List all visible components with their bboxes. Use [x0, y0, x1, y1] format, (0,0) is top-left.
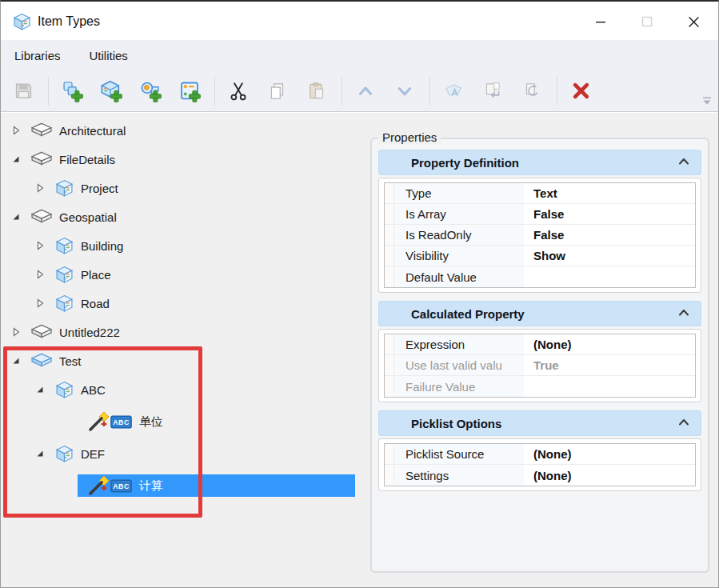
property-value[interactable]: (None)	[524, 334, 695, 354]
expander-collapsed-icon[interactable]	[10, 326, 22, 338]
section-title: Property Definition	[411, 156, 519, 170]
copy-button[interactable]	[262, 75, 294, 107]
property-value[interactable]: (None)	[524, 465, 695, 486]
expander-expanded-icon[interactable]	[34, 384, 46, 395]
cut-button[interactable]	[222, 75, 254, 107]
tree-node-content[interactable]: ABC单位	[78, 410, 355, 433]
tree-row-11[interactable]: ABC单位	[1, 404, 367, 439]
item-types-app-icon	[12, 12, 31, 31]
paste-button[interactable]	[301, 75, 333, 107]
section-header-3[interactable]: Picklist Options	[378, 410, 701, 436]
section-title: Calculated Property	[411, 307, 525, 321]
tree-row-8[interactable]: Untitled222	[1, 318, 367, 346]
paste-icon	[306, 81, 327, 102]
expander-expanded-icon[interactable]	[10, 355, 22, 366]
toolbar-separator	[557, 77, 557, 106]
expander-expanded-icon[interactable]	[10, 211, 22, 222]
minimize-button[interactable]	[577, 3, 624, 40]
property-value[interactable]: True	[524, 355, 695, 375]
property-card: Expression(None)Use last valid valuTrueF…	[378, 329, 701, 402]
property-value[interactable]: Show	[524, 246, 695, 266]
expander-expanded-icon[interactable]	[10, 154, 22, 165]
tree-item-label: 计算	[139, 478, 163, 494]
toolbar-overflow-button[interactable]	[701, 95, 713, 106]
row-gutter	[385, 246, 394, 266]
library-icon	[31, 122, 52, 138]
tree-row-3[interactable]: Project	[1, 174, 367, 202]
tree-item-label: ABC	[81, 383, 106, 397]
property-row: TypeText	[385, 183, 695, 204]
property-value[interactable]: (None)	[524, 444, 695, 464]
tree-item-label: 单位	[139, 414, 163, 430]
section-header-1[interactable]: Property Definition	[378, 150, 701, 175]
property-row: Is ReadOnlyFalse	[385, 225, 695, 246]
copy-icon	[267, 81, 288, 102]
expander-collapsed-icon[interactable]	[34, 182, 46, 194]
expander-collapsed-icon[interactable]	[34, 240, 46, 251]
chevron-up-icon[interactable]	[678, 309, 689, 316]
tree-item-label: FileDetails	[59, 153, 115, 166]
selected-tree-node[interactable]: ABC计算	[78, 474, 355, 497]
save-button[interactable]	[7, 75, 39, 107]
chevron-up-icon[interactable]	[678, 158, 689, 165]
property-value[interactable]: Text	[524, 183, 695, 203]
expander-collapsed-icon[interactable]	[34, 269, 46, 280]
section-header-2[interactable]: Calculated Property	[378, 301, 701, 326]
delete-button[interactable]	[565, 75, 597, 107]
maximize-button[interactable]	[624, 3, 670, 40]
property-row: Failure Value	[385, 376, 695, 397]
move-up-button[interactable]	[350, 75, 381, 107]
tree-row-4[interactable]: Geospatial	[1, 202, 367, 231]
tree-row-9[interactable]: Test	[1, 346, 367, 375]
toolbar-separator	[214, 77, 215, 106]
library-icon	[31, 209, 52, 225]
property-label: Use last valid valu	[394, 355, 524, 375]
toolbar	[1, 70, 718, 112]
row-gutter	[385, 334, 394, 354]
new-library-button[interactable]	[56, 75, 88, 107]
item-type-icon	[55, 266, 74, 284]
property-value[interactable]: False	[524, 204, 695, 224]
property-grid: TypeTextIs ArrayFalseIs ReadOnlyFalseVis…	[384, 182, 696, 288]
menu-item-utilities[interactable]: Utilities	[81, 40, 137, 70]
close-button[interactable]	[670, 3, 717, 40]
tree-row-10[interactable]: ABC	[1, 375, 367, 404]
item-types-tree: ArchitecturalFileDetailsProjectGeospatia…	[1, 116, 367, 503]
new-item-type-button[interactable]	[95, 75, 127, 107]
new-custom-attribute-button[interactable]	[174, 75, 206, 107]
attach-item-button[interactable]	[437, 75, 469, 107]
chevron-up-icon[interactable]	[678, 418, 689, 426]
save-icon	[13, 80, 34, 102]
property-value[interactable]	[524, 266, 695, 287]
property-grid: Picklist Source(None)Settings(None)	[384, 443, 696, 486]
property-row: Picklist Source(None)	[385, 444, 695, 465]
tree-row-5[interactable]: Building	[1, 231, 367, 260]
move-down-button[interactable]	[389, 75, 421, 107]
row-gutter	[385, 204, 394, 224]
item-type-icon	[55, 294, 74, 313]
menu-bar: LibrariesUtilities	[1, 40, 718, 70]
tree-item-label: Project	[81, 182, 118, 195]
tree-row-2[interactable]: FileDetails	[1, 145, 367, 174]
tree-row-7[interactable]: Road	[1, 289, 367, 318]
new-item-type-icon	[100, 80, 122, 102]
tree-row-1[interactable]: Architectural	[1, 116, 367, 145]
property-sections: Property DefinitionTypeTextIs ArrayFalse…	[378, 150, 701, 499]
menu-item-libraries[interactable]: Libraries	[6, 40, 70, 70]
svg-text:ABC: ABC	[113, 418, 130, 426]
row-gutter	[385, 266, 394, 287]
new-property-type-button[interactable]	[134, 75, 166, 107]
row-gutter	[385, 355, 394, 375]
tree-row-12[interactable]: DEF	[1, 439, 367, 468]
expander-collapsed-icon[interactable]	[34, 298, 46, 309]
tree-row-13[interactable]: ABC计算	[1, 468, 367, 503]
property-label: Is Array	[394, 204, 524, 224]
property-value[interactable]	[524, 376, 695, 397]
update-item-button[interactable]	[516, 75, 548, 107]
import-item-button[interactable]	[477, 75, 509, 107]
tree-row-6[interactable]: Place	[1, 260, 367, 289]
property-value[interactable]: False	[524, 225, 695, 245]
property-label: Expression	[394, 334, 524, 354]
expander-collapsed-icon[interactable]	[10, 125, 22, 136]
expander-expanded-icon[interactable]	[34, 448, 46, 459]
